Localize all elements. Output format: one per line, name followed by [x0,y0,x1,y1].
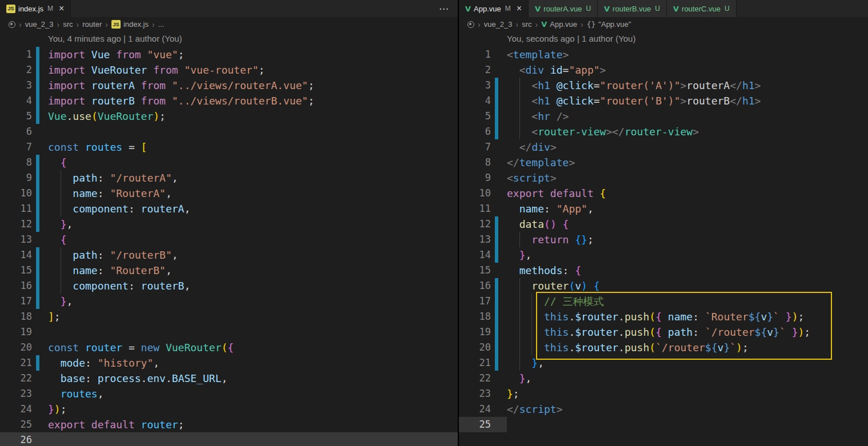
tab-routera-vue[interactable]: VrouterA.vueU [529,0,598,17]
tab-routerc-vue[interactable]: VrouterC.vueU [667,0,737,17]
code-line[interactable]: 23}; [459,386,868,401]
code-line[interactable]: 12 data() { [459,216,868,232]
code-line[interactable]: 2import VueRouter from "vue-router"; [0,62,458,78]
code-line[interactable]: 3import routerA from "../views/routerA.v… [0,78,458,93]
code-line[interactable]: 8</template> [459,155,868,170]
code-line[interactable]: 22 base: process.env.BASE_URL, [0,371,458,386]
code-line[interactable]: 21 mode: "history", [0,355,458,371]
code-token: { [227,341,234,353]
code-line[interactable]: 24</script> [459,401,868,417]
code-line[interactable]: 1<template> [459,47,868,62]
code-line[interactable]: 1import Vue from "vue"; [0,47,458,62]
git-modified-indicator [36,247,39,263]
code-token: $router [575,311,618,323]
code-line[interactable]: 2 <div id="app"> [459,62,868,78]
line-number: 11 [0,201,32,216]
code-text: const router = new VueRouter({ [48,340,458,355]
code-line[interactable]: 14 path: "/routerB", [0,247,458,263]
code-line[interactable]: 14 }, [459,247,868,263]
breadcrumb-item[interactable]: vue_2_3 [484,20,513,29]
tabs-left: JSindex.jsM× [0,0,71,17]
code-line[interactable]: 7const routes = [ [0,139,458,155]
code-line[interactable]: 12 }, [0,216,458,232]
vue-file-icon: V [604,5,610,13]
breadcrumb-item[interactable]: JSindex.js [111,20,149,29]
code-line[interactable]: 21 }, [459,355,868,371]
code-line[interactable]: 22 }, [459,371,868,386]
code-line[interactable]: 26 [0,432,458,446]
code-line[interactable]: 15 methods: { [459,263,868,278]
code-token: , [98,388,104,400]
code-editor-left[interactable]: You, 4 minutes ago | 1 author (You) 1imp… [0,31,458,446]
code-line[interactable]: 25 [459,417,868,432]
breadcrumb-item[interactable]: vue_2_3 [25,20,54,29]
code-editor-right[interactable]: You, seconds ago | 1 author (You) 1<temp… [459,31,868,432]
code-line[interactable]: 8 { [0,155,458,170]
code-line[interactable]: 9<script> [459,170,868,186]
code-line[interactable]: 25export default router; [0,417,458,432]
code-line[interactable]: 13 return {}; [459,232,868,247]
code-token: h1 [538,79,557,91]
tab-index-js[interactable]: JSindex.jsM× [0,0,71,17]
breadcrumb-item[interactable]: src [63,20,73,29]
code-line[interactable]: 20const router = new VueRouter({ [0,340,458,355]
code-line[interactable]: 15 name: "RouterB", [0,263,458,278]
code-lines-left: 1import Vue from "vue";2import VueRouter… [0,47,458,446]
js-file-icon: JS [6,5,15,13]
code-token: } [786,311,792,323]
breadcrumb-item[interactable]: router [82,20,102,29]
close-icon[interactable]: × [517,4,522,13]
code-line[interactable]: 6 [0,124,458,139]
code-line[interactable]: 11 name: "App", [459,201,868,216]
line-number: 5 [459,109,491,124]
indent-guide [519,109,520,124]
code-line[interactable]: 16 router(v) { [459,278,868,294]
breadcrumb-item[interactable]: VApp.vue [541,20,577,29]
code-text: this.$router.push({ path: `/router${v}` … [507,324,868,340]
tab-label: routerA.vue [543,5,582,13]
code-token: "RouterA" [110,187,166,199]
breadcrumb-item[interactable]: ... [158,20,165,29]
code-line[interactable]: 5 <hr /> [459,109,868,124]
code-line[interactable]: 13 { [0,232,458,247]
code-line[interactable]: 10 name: "RouterA", [0,186,458,201]
tab-routerb-vue[interactable]: VrouterB.vueU [598,0,667,17]
editor-actions-button[interactable]: ⋯ [439,0,450,17]
editor-group-left: JSindex.jsM× ⋯ ›vue_2_3›src›router›JSind… [0,0,459,446]
line-gutter: 26 [0,432,48,446]
code-line[interactable]: 19 this.$router.push({ path: `/router${v… [459,324,868,340]
code-line[interactable]: 5Vue.use(VueRouter); [0,109,458,124]
code-line[interactable]: 9 path: "/routerA", [0,170,458,186]
close-icon[interactable]: × [59,4,64,13]
code-line[interactable]: 19 [0,324,458,340]
code-line[interactable]: 17 }, [0,294,458,309]
code-line[interactable]: 20 this.$router.push(`/router${v}`); [459,340,868,355]
breadcrumb-item[interactable] [467,21,474,28]
code-line[interactable]: 4 <h1 @click="router('B')">routerB</h1> [459,93,868,109]
code-line[interactable]: 11 component: routerA, [0,201,458,216]
code-line[interactable]: 24}); [0,401,458,417]
code-line[interactable]: 18 this.$router.push({ name: `Router${v}… [459,309,868,324]
tabs-right: VApp.vueM×VrouterA.vueUVrouterB.vueUVrou… [459,0,737,17]
code-line[interactable]: 16 component: routerB, [0,278,458,294]
code-token: process [98,372,141,384]
code-line[interactable]: 10export default { [459,186,868,201]
tab-app-vue[interactable]: VApp.vueM× [459,0,529,17]
code-token: ] [48,311,54,323]
code-text: }, [507,247,868,263]
code-line[interactable]: 6 <router-view></router-view> [459,124,868,139]
code-line[interactable]: 23 routes, [0,386,458,401]
line-gutter: 19 [459,324,507,340]
line-number: 19 [459,324,491,340]
breadcrumb-item[interactable]: {}"App.vue" [587,20,631,29]
code-line[interactable]: 17 // 三种模式 [459,294,868,309]
code-line[interactable]: 4import routerB from "../views/routerB.v… [0,93,458,109]
breadcrumb-left: ›vue_2_3›src›router›JSindex.js›... [0,17,458,31]
code-line[interactable]: 18]; [0,309,458,324]
code-line[interactable]: 3 <h1 @click="router('A')">routerA</h1> [459,78,868,93]
indent-guide [519,355,520,371]
code-text: methods: { [507,263,868,278]
code-line[interactable]: 7 </div> [459,139,868,155]
breadcrumb-item[interactable]: src [522,20,531,29]
breadcrumb-item[interactable] [9,21,15,28]
